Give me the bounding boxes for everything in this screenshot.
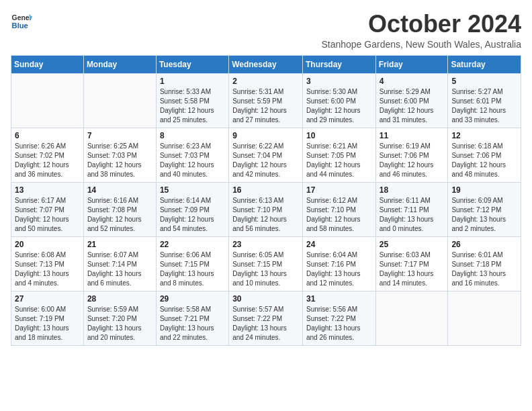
calendar-day-cell: 28Sunrise: 5:59 AM Sunset: 7:20 PM Dayli… <box>83 291 156 345</box>
calendar-day-cell: 22Sunrise: 6:06 AM Sunset: 7:15 PM Dayli… <box>156 236 228 291</box>
calendar-week-row: 13Sunrise: 6:17 AM Sunset: 7:07 PM Dayli… <box>11 182 521 236</box>
day-info: Sunrise: 6:08 AM Sunset: 7:13 PM Dayligh… <box>15 250 80 288</box>
calendar-day-cell: 26Sunrise: 6:01 AM Sunset: 7:18 PM Dayli… <box>448 236 521 291</box>
calendar-day-cell: 17Sunrise: 6:12 AM Sunset: 7:10 PM Dayli… <box>302 182 375 236</box>
calendar-day-cell: 12Sunrise: 6:18 AM Sunset: 7:06 PM Dayli… <box>448 128 521 182</box>
calendar-day-cell: 10Sunrise: 6:21 AM Sunset: 7:05 PM Dayli… <box>302 128 375 182</box>
day-number: 28 <box>87 294 152 304</box>
day-number: 15 <box>160 185 225 195</box>
day-info: Sunrise: 6:11 AM Sunset: 7:11 PM Dayligh… <box>380 196 445 234</box>
day-number: 7 <box>87 131 152 140</box>
day-info: Sunrise: 6:14 AM Sunset: 7:09 PM Dayligh… <box>160 196 225 234</box>
calendar-day-cell: 9Sunrise: 6:22 AM Sunset: 7:04 PM Daylig… <box>229 128 303 182</box>
day-info: Sunrise: 5:57 AM Sunset: 7:22 PM Dayligh… <box>232 305 299 342</box>
month-title: October 2024 <box>321 11 521 38</box>
logo: General Blue <box>11 11 32 32</box>
day-number: 31 <box>306 294 372 304</box>
calendar-day-cell <box>11 73 84 128</box>
page-header: General Blue October 2024 Stanhope Garde… <box>11 11 521 50</box>
day-number: 13 <box>15 185 80 195</box>
day-info: Sunrise: 6:07 AM Sunset: 7:14 PM Dayligh… <box>87 250 152 288</box>
calendar-day-cell: 21Sunrise: 6:07 AM Sunset: 7:14 PM Dayli… <box>83 236 156 291</box>
calendar-header-row: SundayMondayTuesdayWednesdayThursdayFrid… <box>11 55 521 73</box>
day-info: Sunrise: 6:01 AM Sunset: 7:18 PM Dayligh… <box>451 250 517 288</box>
day-info: Sunrise: 6:25 AM Sunset: 7:03 PM Dayligh… <box>87 142 152 179</box>
day-info: Sunrise: 5:29 AM Sunset: 6:00 PM Dayligh… <box>380 87 445 125</box>
day-info: Sunrise: 6:17 AM Sunset: 7:07 PM Dayligh… <box>15 196 80 234</box>
day-info: Sunrise: 6:13 AM Sunset: 7:10 PM Dayligh… <box>232 196 299 234</box>
day-number: 29 <box>160 294 225 304</box>
day-number: 22 <box>160 240 225 249</box>
day-info: Sunrise: 6:26 AM Sunset: 7:02 PM Dayligh… <box>15 142 80 179</box>
day-info: Sunrise: 6:03 AM Sunset: 7:17 PM Dayligh… <box>380 250 445 288</box>
calendar-day-cell <box>83 73 156 128</box>
day-info: Sunrise: 5:56 AM Sunset: 7:22 PM Dayligh… <box>306 305 372 342</box>
day-info: Sunrise: 6:22 AM Sunset: 7:04 PM Dayligh… <box>232 142 299 179</box>
day-number: 17 <box>306 185 372 195</box>
calendar-week-row: 1Sunrise: 5:33 AM Sunset: 5:58 PM Daylig… <box>11 73 521 128</box>
day-number: 1 <box>160 77 225 86</box>
day-number: 6 <box>15 131 80 140</box>
calendar-day-cell: 23Sunrise: 6:05 AM Sunset: 7:15 PM Dayli… <box>229 236 303 291</box>
title-block: October 2024 Stanhope Gardens, New South… <box>321 11 521 50</box>
day-number: 9 <box>232 131 299 140</box>
day-of-week-header: Sunday <box>11 55 84 73</box>
calendar-day-cell: 2Sunrise: 5:31 AM Sunset: 5:59 PM Daylig… <box>229 73 303 128</box>
day-info: Sunrise: 6:19 AM Sunset: 7:06 PM Dayligh… <box>380 142 445 179</box>
calendar-day-cell: 29Sunrise: 5:58 AM Sunset: 7:21 PM Dayli… <box>156 291 228 345</box>
calendar-table: SundayMondayTuesdayWednesdayThursdayFrid… <box>11 55 521 346</box>
day-number: 8 <box>160 131 225 140</box>
calendar-day-cell: 15Sunrise: 6:14 AM Sunset: 7:09 PM Dayli… <box>156 182 228 236</box>
calendar-day-cell: 13Sunrise: 6:17 AM Sunset: 7:07 PM Dayli… <box>11 182 84 236</box>
day-number: 2 <box>232 77 299 86</box>
calendar-week-row: 6Sunrise: 6:26 AM Sunset: 7:02 PM Daylig… <box>11 128 521 182</box>
day-number: 10 <box>306 131 372 140</box>
day-info: Sunrise: 5:30 AM Sunset: 6:00 PM Dayligh… <box>306 87 372 125</box>
logo-icon: General Blue <box>11 11 32 32</box>
calendar-day-cell: 24Sunrise: 6:04 AM Sunset: 7:16 PM Dayli… <box>302 236 375 291</box>
day-number: 4 <box>380 77 445 86</box>
calendar-day-cell: 11Sunrise: 6:19 AM Sunset: 7:06 PM Dayli… <box>375 128 448 182</box>
day-number: 30 <box>232 294 299 304</box>
calendar-day-cell: 5Sunrise: 5:27 AM Sunset: 6:01 PM Daylig… <box>448 73 521 128</box>
day-of-week-header: Monday <box>83 55 156 73</box>
day-number: 19 <box>451 185 517 195</box>
calendar-day-cell: 31Sunrise: 5:56 AM Sunset: 7:22 PM Dayli… <box>302 291 375 345</box>
calendar-day-cell: 1Sunrise: 5:33 AM Sunset: 5:58 PM Daylig… <box>156 73 228 128</box>
day-info: Sunrise: 6:09 AM Sunset: 7:12 PM Dayligh… <box>451 196 517 234</box>
day-of-week-header: Saturday <box>448 55 521 73</box>
calendar-day-cell: 7Sunrise: 6:25 AM Sunset: 7:03 PM Daylig… <box>83 128 156 182</box>
day-info: Sunrise: 6:06 AM Sunset: 7:15 PM Dayligh… <box>160 250 225 288</box>
svg-text:General: General <box>12 14 32 21</box>
day-info: Sunrise: 6:18 AM Sunset: 7:06 PM Dayligh… <box>451 142 517 179</box>
day-of-week-header: Wednesday <box>229 55 303 73</box>
day-of-week-header: Friday <box>375 55 448 73</box>
day-of-week-header: Thursday <box>302 55 375 73</box>
calendar-day-cell <box>448 291 521 345</box>
day-number: 18 <box>380 185 445 195</box>
calendar-day-cell: 14Sunrise: 6:16 AM Sunset: 7:08 PM Dayli… <box>83 182 156 236</box>
calendar-day-cell: 4Sunrise: 5:29 AM Sunset: 6:00 PM Daylig… <box>375 73 448 128</box>
calendar-day-cell: 19Sunrise: 6:09 AM Sunset: 7:12 PM Dayli… <box>448 182 521 236</box>
calendar-week-row: 27Sunrise: 6:00 AM Sunset: 7:19 PM Dayli… <box>11 291 521 345</box>
calendar-day-cell: 27Sunrise: 6:00 AM Sunset: 7:19 PM Dayli… <box>11 291 84 345</box>
day-number: 20 <box>15 240 80 249</box>
calendar-day-cell: 18Sunrise: 6:11 AM Sunset: 7:11 PM Dayli… <box>375 182 448 236</box>
svg-text:Blue: Blue <box>12 21 28 30</box>
day-number: 23 <box>232 240 299 249</box>
day-info: Sunrise: 6:16 AM Sunset: 7:08 PM Dayligh… <box>87 196 152 234</box>
day-info: Sunrise: 5:58 AM Sunset: 7:21 PM Dayligh… <box>160 305 225 342</box>
calendar-day-cell: 25Sunrise: 6:03 AM Sunset: 7:17 PM Dayli… <box>375 236 448 291</box>
day-info: Sunrise: 6:23 AM Sunset: 7:03 PM Dayligh… <box>160 142 225 179</box>
calendar-week-row: 20Sunrise: 6:08 AM Sunset: 7:13 PM Dayli… <box>11 236 521 291</box>
day-info: Sunrise: 5:33 AM Sunset: 5:58 PM Dayligh… <box>160 87 225 125</box>
day-info: Sunrise: 5:31 AM Sunset: 5:59 PM Dayligh… <box>232 87 299 125</box>
location-subtitle: Stanhope Gardens, New South Wales, Austr… <box>321 39 521 50</box>
day-number: 5 <box>451 77 517 86</box>
day-number: 24 <box>306 240 372 249</box>
calendar-day-cell: 20Sunrise: 6:08 AM Sunset: 7:13 PM Dayli… <box>11 236 84 291</box>
day-number: 16 <box>232 185 299 195</box>
day-number: 27 <box>15 294 80 304</box>
day-number: 12 <box>451 131 517 140</box>
calendar-day-cell: 3Sunrise: 5:30 AM Sunset: 6:00 PM Daylig… <box>302 73 375 128</box>
